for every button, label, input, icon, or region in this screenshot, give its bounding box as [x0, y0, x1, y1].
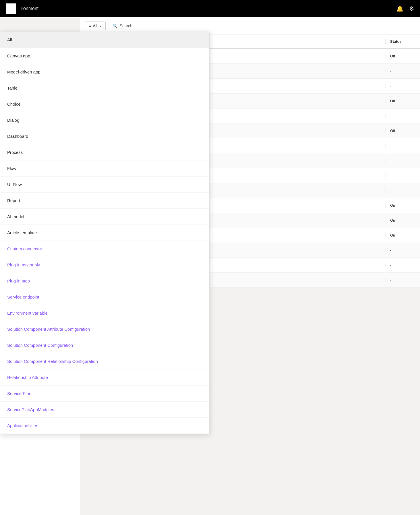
settings-icon[interactable]: ⚙ — [409, 5, 414, 12]
top-bar-left: ironment — [6, 3, 38, 14]
status-cell: - — [386, 84, 420, 88]
top-navigation-bar: ironment 🔔 ⚙ — [0, 0, 420, 17]
filter-icon: ≡ — [89, 24, 91, 28]
dropdown-item[interactable]: Relationship Attribute — [0, 369, 209, 386]
type-dropdown-panel[interactable]: AllCanvas appModel-driven appTableChoice… — [0, 32, 210, 434]
dropdown-item[interactable]: Service Plan — [0, 386, 209, 402]
dropdown-item[interactable]: Solution Component Configuration — [0, 337, 209, 353]
status-cell: - — [386, 248, 420, 252]
filter-all-label: All — [93, 24, 97, 28]
dropdown-item[interactable]: ServicePlanAppModules — [0, 402, 209, 418]
dropdown-item[interactable]: Choice — [0, 96, 209, 112]
dropdown-item[interactable]: Solution Component Relationship Configur… — [0, 353, 209, 369]
dropdown-item[interactable]: Custom connector — [0, 241, 209, 257]
bell-icon[interactable]: 🔔 — [396, 5, 403, 12]
status-cell: - — [386, 114, 420, 118]
dropdown-item[interactable]: All — [0, 32, 209, 48]
filter-all-button[interactable]: ≡ All ∨ — [85, 22, 106, 30]
status-cell: Off — [386, 99, 420, 103]
status-cell: - — [386, 158, 420, 163]
dropdown-item[interactable]: Plug-in step — [0, 273, 209, 289]
dropdown-item[interactable]: Model-driven app — [0, 64, 209, 80]
status-cell: On — [386, 203, 420, 208]
dropdown-item[interactable]: Solution Component Attribute Configurati… — [0, 321, 209, 337]
status-cell: - — [386, 278, 420, 282]
filter-chevron-icon: ∨ — [99, 24, 102, 28]
search-label: Search — [120, 24, 132, 28]
dropdown-item[interactable]: Process — [0, 144, 209, 160]
status-cell: Off — [386, 129, 420, 133]
dropdown-item[interactable]: Plug-in assembly — [0, 257, 209, 273]
status-cell: - — [386, 144, 420, 148]
app-logo — [6, 3, 16, 14]
dropdown-item[interactable]: Flow — [0, 160, 209, 177]
dropdown-item[interactable]: AI model — [0, 209, 209, 225]
dropdown-item[interactable]: Dialog — [0, 112, 209, 128]
dropdown-item[interactable]: Service endpoint — [0, 289, 209, 305]
status-cell: - — [386, 173, 420, 178]
top-bar-right: 🔔 ⚙ — [396, 5, 414, 12]
dropdown-item[interactable]: ApplicationUser — [0, 418, 209, 434]
dropdown-item[interactable]: Dashboard — [0, 128, 209, 144]
dropdown-item[interactable]: Table — [0, 80, 209, 96]
dropdown-item[interactable]: Report — [0, 193, 209, 209]
status-cell: - — [386, 263, 420, 267]
environment-label: ironment — [21, 6, 38, 11]
status-cell: - — [386, 188, 420, 193]
dropdown-item[interactable]: UI Flow — [0, 177, 209, 193]
status-cell: On — [386, 233, 420, 237]
search-icon: 🔍 — [113, 24, 117, 28]
dropdown-item[interactable]: Article template — [0, 225, 209, 241]
status-cell: Off — [386, 54, 420, 58]
status-cell: - — [386, 69, 420, 73]
dropdown-item[interactable]: Canvas app — [0, 48, 209, 64]
status-cell: On — [386, 218, 420, 222]
status-column-header-label: Status — [386, 39, 420, 44]
search-button[interactable]: 🔍 Search — [109, 22, 136, 30]
dropdown-item[interactable]: Environment variable — [0, 305, 209, 321]
